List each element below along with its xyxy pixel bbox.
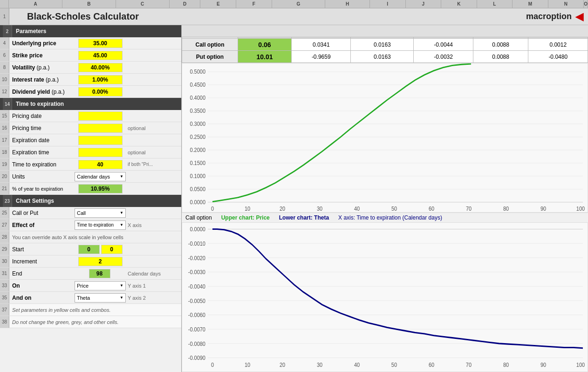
svg-text:30: 30 — [317, 361, 322, 368]
pricing-date-value[interactable] — [75, 111, 126, 121]
underlying-price-value[interactable]: 35.00 — [75, 39, 126, 48]
end-label: End — [9, 270, 75, 277]
pct-year-cell: 10.95% — [78, 184, 123, 193]
svg-text:0.3500: 0.3500 — [190, 108, 205, 114]
units-dropdown[interactable]: Calendar days ▼ — [75, 172, 126, 181]
svg-text:90: 90 — [540, 205, 547, 212]
row-20-num: 20 — [0, 171, 9, 182]
call-or-put-value[interactable]: Call ▼ — [75, 208, 126, 218]
interest-rate-value[interactable]: 1.00% — [75, 75, 126, 84]
dividend-yield-value[interactable]: 0.00% — [75, 87, 126, 96]
svg-text:40: 40 — [354, 361, 360, 368]
params-label: Parameters — [12, 28, 46, 34]
increment-row: 30 Increment 2 — [0, 255, 181, 268]
title-bar: 1 Black-Scholes Calculator macroption ◀ — [0, 8, 588, 25]
app-title: Black-Scholes Calculator — [13, 11, 139, 22]
svg-text:-0.0010: -0.0010 — [188, 240, 205, 247]
lower-chart: 0.0000 -0.0010 -0.0020 -0.0030 -0.0040 -… — [182, 222, 588, 372]
put-price: 10.01 — [238, 51, 292, 63]
expiration-time-row: 18 Expiration time optional — [0, 146, 181, 158]
dropdown-arrow-icon5: ▼ — [120, 296, 123, 300]
lower-chart-label: Lower chart: Theta — [279, 214, 329, 221]
start-value1[interactable]: 0 0 — [75, 245, 126, 254]
col-h-b: B — [62, 0, 116, 8]
expiration-time-value[interactable] — [75, 148, 126, 157]
svg-text:0.3000: 0.3000 — [190, 121, 205, 127]
override-hint-text: You can override auto X axis scale in ye… — [9, 234, 181, 240]
units-value[interactable]: Calendar days ▼ — [75, 172, 126, 181]
expiration-time-label: Expiration time — [9, 149, 75, 156]
time-to-expiration-value[interactable]: 40 — [75, 160, 126, 169]
chart-settings-label: Chart Settings — [12, 198, 54, 204]
volatility-value[interactable]: 40.00% — [75, 63, 126, 72]
svg-text:0.4000: 0.4000 — [190, 95, 205, 101]
row-35-num: 35 — [0, 292, 9, 303]
effect-of-dropdown[interactable]: Time to expiration ▼ — [75, 220, 126, 230]
row-2-num: 2 — [3, 25, 12, 37]
dropdown-arrow-icon4: ▼ — [120, 283, 123, 288]
svg-text:20: 20 — [280, 361, 285, 368]
and-on-value[interactable]: Theta ▼ — [75, 293, 126, 303]
underlying-price-cell[interactable]: 35.00 — [78, 39, 123, 48]
svg-text:50: 50 — [391, 205, 397, 212]
expiration-date-value[interactable] — [75, 136, 126, 145]
on-dropdown[interactable]: Price ▼ — [75, 281, 126, 290]
svg-text:-0.0070: -0.0070 — [188, 326, 205, 333]
svg-text:-0.0080: -0.0080 — [188, 340, 205, 347]
time-to-expiration-label: Time to expiration — [9, 161, 75, 168]
svg-text:60: 60 — [429, 205, 435, 212]
svg-text:0: 0 — [211, 361, 214, 368]
col-h-a: A — [9, 0, 62, 8]
row-33-num: 33 — [0, 280, 9, 291]
interest-rate-cell[interactable]: 1.00% — [78, 75, 123, 84]
svg-text:0.1500: 0.1500 — [190, 160, 205, 166]
svg-text:50: 50 — [391, 361, 397, 368]
end-row: 31 End 98 Calendar days — [0, 268, 181, 280]
svg-text:100: 100 — [576, 205, 585, 212]
override-hint-row: 28 You can override auto X axis scale in… — [0, 231, 181, 243]
row-14-num: 14 — [3, 98, 12, 110]
row-16-num: 16 — [0, 122, 9, 134]
put-gamma: 0.0163 — [351, 51, 414, 63]
increment-value[interactable]: 2 — [75, 257, 126, 266]
svg-text:-0.0060: -0.0060 — [188, 311, 205, 318]
put-rho: -0.0480 — [528, 51, 588, 63]
svg-text:10: 10 — [245, 205, 251, 212]
time-to-expiration-cell[interactable]: 40 — [78, 160, 123, 169]
start-cell1[interactable]: 0 — [78, 245, 100, 254]
call-or-put-dropdown[interactable]: Call ▼ — [75, 208, 126, 218]
call-option-label: Call option — [182, 39, 238, 51]
svg-text:60: 60 — [429, 361, 434, 368]
underlying-price-row: 4 Underlying price 35.00 — [0, 37, 181, 49]
volatility-cell[interactable]: 40.00% — [78, 63, 123, 72]
put-option-label: Put option — [182, 51, 238, 63]
and-on-dropdown[interactable]: Theta ▼ — [75, 293, 126, 303]
svg-text:0.2000: 0.2000 — [190, 147, 205, 153]
call-price: 0.06 — [238, 39, 292, 51]
x-axis-label: X axis — [126, 222, 181, 228]
svg-text:30: 30 — [317, 205, 323, 212]
row-4-num: 4 — [0, 37, 9, 49]
pricing-time-value[interactable] — [75, 124, 126, 133]
time-section-label: Time to expiration — [12, 101, 64, 107]
end-value[interactable]: 98 — [75, 269, 126, 278]
effect-of-value[interactable]: Time to expiration ▼ — [75, 220, 126, 230]
strike-price-cell[interactable]: 45.00 — [78, 51, 123, 60]
expiration-time-cell[interactable] — [78, 148, 123, 157]
and-on-row: 35 And on Theta ▼ Y axis 2 — [0, 292, 181, 304]
svg-text:0.2500: 0.2500 — [190, 134, 205, 140]
dividend-yield-cell[interactable]: 0.00% — [78, 87, 123, 96]
start-cell2[interactable]: 0 — [101, 245, 123, 254]
pricing-date-cell[interactable] — [78, 111, 123, 121]
increment-cell[interactable]: 2 — [78, 257, 123, 266]
hint1-row: 37 Set parameters in yellow cells and co… — [0, 304, 181, 316]
time-section-header: 14 Time to expiration — [0, 98, 181, 110]
svg-text:0.1000: 0.1000 — [190, 173, 205, 179]
expiration-date-cell[interactable] — [78, 136, 123, 145]
col-h-n: N — [548, 0, 584, 8]
on-value[interactable]: Price ▼ — [75, 281, 126, 290]
strike-price-value[interactable]: 45.00 — [75, 51, 126, 60]
pricing-time-cell[interactable] — [78, 124, 123, 133]
svg-text:0.4500: 0.4500 — [190, 82, 205, 88]
col-h-h: H — [325, 0, 370, 8]
